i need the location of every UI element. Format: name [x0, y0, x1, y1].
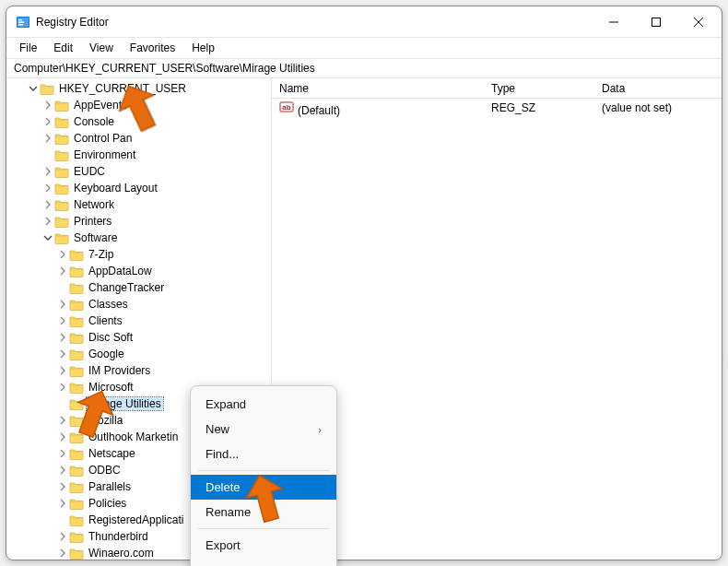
chevron-right-icon[interactable]: [56, 265, 69, 277]
chevron-right-icon[interactable]: [56, 331, 69, 344]
chevron-right-icon[interactable]: [56, 447, 69, 460]
tree-node[interactable]: EUDC: [6, 163, 271, 180]
chevron-right-icon[interactable]: [56, 464, 69, 477]
chevron-right-icon[interactable]: [56, 480, 69, 493]
folder-icon: [54, 115, 69, 128]
ctx-new[interactable]: New›: [191, 417, 336, 442]
ctx-rename[interactable]: Rename: [191, 500, 336, 525]
tree-label: Policies: [87, 497, 128, 510]
svg-text:ab: ab: [282, 103, 290, 112]
separator: [198, 528, 329, 529]
ctx-export[interactable]: Export: [191, 533, 336, 558]
menu-help[interactable]: Help: [184, 40, 222, 56]
chevron-right-icon[interactable]: [41, 115, 54, 128]
folder-icon: [54, 165, 69, 178]
chevron-right-icon[interactable]: [56, 381, 69, 394]
tree-node[interactable]: Environment: [6, 147, 271, 163]
ctx-delete[interactable]: Delete: [191, 475, 336, 500]
chevron-right-icon[interactable]: [56, 547, 69, 560]
tree-label: Netscape: [87, 447, 137, 460]
folder-icon: [69, 513, 84, 526]
svg-rect-3: [18, 21, 24, 23]
ctx-expand[interactable]: Expand: [191, 392, 336, 417]
chevron-right-icon[interactable]: [56, 314, 69, 327]
tree-node[interactable]: Google: [6, 346, 271, 362]
tree-label: Classes: [87, 298, 130, 311]
tree-node[interactable]: AppDataLow: [6, 263, 271, 279]
blank-icon: [56, 513, 69, 526]
chevron-right-icon[interactable]: [56, 414, 69, 427]
chevron-right-icon[interactable]: [41, 99, 54, 112]
chevron-right-icon[interactable]: [56, 348, 69, 360]
chevron-right-icon[interactable]: [41, 182, 54, 195]
maximize-button[interactable]: [635, 7, 677, 37]
blank-icon: [56, 397, 69, 410]
col-name[interactable]: Name: [272, 82, 484, 95]
address-bar[interactable]: Computer\HKEY_CURRENT_USER\Software\Mira…: [6, 58, 722, 78]
tree-node[interactable]: HKEY_CURRENT_USER: [6, 80, 271, 97]
tree-node[interactable]: Keyboard Layout: [6, 180, 271, 196]
tree-node[interactable]: ChangeTracker: [6, 279, 271, 296]
chevron-right-icon[interactable]: [41, 215, 54, 228]
close-button[interactable]: [677, 7, 720, 37]
tree-node[interactable]: AppEvents: [6, 97, 271, 113]
folder-icon: [69, 281, 84, 294]
svg-rect-6: [652, 18, 661, 26]
folder-icon: [69, 430, 84, 443]
chevron-right-icon[interactable]: [41, 198, 54, 211]
tree-node[interactable]: Console: [6, 113, 271, 130]
menu-view[interactable]: View: [82, 40, 121, 56]
folder-icon: [69, 298, 84, 311]
folder-icon: [69, 547, 84, 560]
col-data[interactable]: Data: [594, 82, 722, 95]
tree-node[interactable]: Software: [6, 230, 271, 246]
tree-label: EUDC: [72, 165, 107, 178]
tree-label: ODBC: [87, 464, 123, 477]
folder-icon: [69, 331, 84, 344]
chevron-right-icon[interactable]: [56, 430, 69, 443]
chevron-right-icon[interactable]: [56, 248, 69, 261]
chevron-right-icon[interactable]: [56, 497, 69, 510]
ctx-find[interactable]: Find...: [191, 442, 336, 466]
tree-node[interactable]: Clients: [6, 312, 271, 329]
folder-icon: [69, 364, 84, 377]
folder-icon: [69, 265, 84, 277]
chevron-down-icon[interactable]: [41, 231, 54, 244]
tree-node[interactable]: 7-Zip: [6, 246, 271, 263]
tree-label: Printers: [72, 215, 113, 228]
tree-node[interactable]: Classes: [6, 296, 271, 312]
tree-node[interactable]: IM Providers: [6, 362, 271, 379]
chevron-right-icon[interactable]: [41, 165, 54, 178]
tree-node[interactable]: Disc Soft: [6, 329, 271, 346]
tree-label: HKEY_CURRENT_USER: [57, 82, 188, 95]
chevron-right-icon: ›: [318, 424, 322, 435]
chevron-right-icon[interactable]: [56, 298, 69, 311]
tree-label: ChangeTracker: [87, 281, 166, 294]
tree-node[interactable]: Printers: [6, 213, 271, 230]
chevron-right-icon[interactable]: [56, 364, 69, 377]
tree-label: Winaero.com: [87, 547, 156, 560]
tree-node[interactable]: Network: [6, 196, 271, 213]
folder-icon: [54, 99, 69, 112]
tree-label: Control Pan: [72, 132, 134, 145]
value-type: REG_SZ: [484, 101, 594, 114]
minimize-button[interactable]: [593, 7, 635, 37]
menu-favorites[interactable]: Favorites: [123, 40, 182, 56]
tree-label: Clients: [87, 314, 124, 327]
values-header: Name Type Data: [272, 78, 722, 99]
tree-label: Thunderbird: [87, 530, 150, 543]
menu-edit[interactable]: Edit: [46, 40, 80, 56]
string-value-icon: ab: [279, 100, 294, 114]
col-type[interactable]: Type: [484, 82, 594, 95]
chevron-right-icon[interactable]: [41, 132, 54, 145]
ctx-permissions[interactable]: Permissions...: [191, 558, 336, 566]
tree-label: Keyboard Layout: [72, 182, 159, 195]
chevron-down-icon[interactable]: [27, 82, 40, 95]
svg-rect-4: [18, 24, 23, 26]
blank-icon: [56, 281, 69, 294]
tree-node[interactable]: Control Pan: [6, 130, 271, 147]
tree-label: Environment: [72, 148, 137, 161]
chevron-right-icon[interactable]: [56, 530, 69, 543]
menu-file[interactable]: File: [12, 40, 44, 56]
value-row[interactable]: ab(Default) REG_SZ (value not set): [272, 99, 722, 117]
